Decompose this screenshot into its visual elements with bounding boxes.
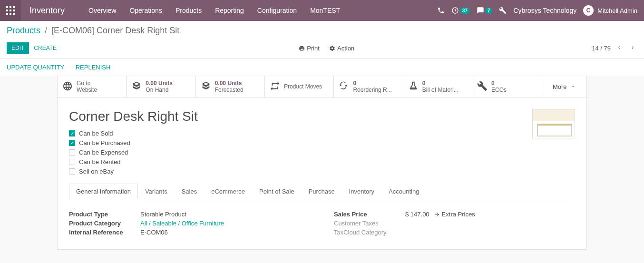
svg-rect-4 (10, 10, 11, 11)
chk-can-be-rented[interactable]: Can be Rented (69, 158, 575, 166)
nav-item-configuration[interactable]: Configuration (252, 0, 302, 21)
checkbox-icon (69, 168, 75, 175)
secondary-actions: Update Quantity Replenish (0, 59, 644, 76)
apps-menu-icon[interactable] (0, 0, 21, 21)
pager-prev[interactable] (615, 43, 624, 54)
breadcrumb-root[interactable]: Products (7, 26, 40, 35)
stat-reordering[interactable]: 0Reordering R... (334, 76, 403, 97)
chk-can-be-sold[interactable]: Can be Sold (69, 130, 575, 137)
app-title[interactable]: Inventory (21, 6, 73, 16)
svg-rect-8 (13, 13, 15, 15)
svg-rect-7 (10, 13, 11, 15)
label-product-type: Product Type (69, 211, 140, 218)
print-icon (299, 45, 305, 51)
chk-sell-on-ebay[interactable]: Sell on eBay (69, 168, 575, 175)
edit-button[interactable]: Edit (7, 42, 29, 54)
checkbox-icon (69, 159, 75, 165)
svg-rect-0 (6, 6, 8, 8)
activities-badge: 37 (460, 8, 470, 14)
tab-general-information[interactable]: General Information (69, 184, 138, 199)
label-product-category: Product Category (69, 220, 140, 227)
pager: 14 / 79 (592, 43, 637, 54)
stat-on-hand[interactable]: 0.00 UnitsOn Hand (127, 76, 195, 97)
nav-right: 37 7 Cybrosys Technology C Mitchell Admi… (437, 5, 644, 16)
form-sheet: Corner Desk Right Sit Can be Sold Can be… (57, 97, 587, 250)
caret-down-icon (571, 84, 576, 89)
extra-prices-button[interactable]: Extra Prices (434, 211, 475, 218)
label-sales-price: Sales Price (334, 211, 405, 218)
chk-can-be-purchased[interactable]: Can be Purchased (69, 139, 575, 146)
cubes-icon (201, 81, 211, 93)
avatar: C (583, 5, 594, 16)
nav-item-products[interactable]: Products (170, 0, 207, 21)
phone-icon[interactable] (437, 7, 445, 14)
wrench-icon (477, 81, 488, 93)
stat-go-to-website[interactable]: Go toWebsite (58, 76, 127, 97)
activities-icon[interactable]: 37 (451, 7, 470, 14)
tab-inventory[interactable]: Inventory (342, 184, 381, 199)
tab-accounting[interactable]: Accounting (381, 184, 426, 199)
gear-icon (329, 45, 335, 51)
arrow-right-icon (434, 212, 440, 217)
checkbox-icon (69, 140, 75, 146)
label-taxcloud: TaxCloud Category (334, 229, 405, 236)
tab-purchase[interactable]: Purchase (302, 184, 342, 199)
company-selector[interactable]: Cybrosys Technology (513, 7, 576, 14)
nav-item-operations[interactable]: Operations (124, 0, 167, 21)
exchange-icon (270, 81, 280, 93)
value-sales-price: $ 147.00 (405, 211, 429, 218)
label-customer-taxes: Customer Taxes (334, 220, 405, 227)
user-name: Mitchell Admin (597, 7, 637, 14)
svg-rect-3 (6, 10, 8, 11)
stat-bom[interactable]: 0Bill of Materi... (403, 76, 472, 97)
svg-rect-2 (13, 6, 15, 8)
breadcrumb: Products / [E-COM06] Corner Desk Right S… (7, 26, 637, 36)
nav-item-montest[interactable]: MonTEST (304, 0, 346, 21)
svg-rect-1 (10, 6, 11, 8)
tab-sales[interactable]: Sales (175, 184, 205, 199)
control-panel: Products / [E-COM06] Corner Desk Right S… (0, 21, 644, 59)
label-internal-reference: Internal Reference (69, 229, 140, 236)
form-grid: Product TypeStorable Product Product Cat… (69, 199, 575, 238)
flask-icon (408, 81, 419, 93)
pager-next[interactable] (628, 43, 637, 54)
discuss-icon[interactable]: 7 (477, 7, 493, 14)
stat-product-moves[interactable]: Product Moves (265, 76, 334, 97)
product-title: Corner Desk Right Sit (69, 109, 575, 124)
create-button[interactable]: Create (29, 42, 61, 54)
product-image[interactable] (532, 109, 575, 138)
svg-rect-6 (6, 13, 8, 15)
refresh-icon (339, 81, 349, 93)
nav-item-overview[interactable]: Overview (83, 0, 122, 21)
checkbox-icon (69, 130, 75, 136)
nav-item-reporting[interactable]: Reporting (209, 0, 250, 21)
replenish-button[interactable]: Replenish (76, 64, 111, 71)
tab-variants[interactable]: Variants (138, 184, 175, 199)
tab-ecommerce[interactable]: eCommerce (204, 184, 252, 199)
cubes-icon (131, 81, 142, 93)
tabs: General Information Variants Sales eComm… (69, 184, 575, 199)
value-internal-reference: E-COM06 (140, 229, 168, 236)
checkbox-icon (69, 149, 75, 156)
nav-menu: Overview Operations Products Reporting C… (83, 0, 346, 21)
debug-icon[interactable] (499, 7, 507, 14)
value-product-type: Storable Product (140, 211, 186, 218)
form-container: Go toWebsite 0.00 UnitsOn Hand 0.00 Unit… (52, 76, 592, 250)
top-navbar: Inventory Overview Operations Products R… (0, 0, 644, 21)
svg-rect-5 (13, 10, 15, 11)
tab-point-of-sale[interactable]: Point of Sale (252, 184, 302, 199)
update-quantity-button[interactable]: Update Quantity (7, 64, 64, 71)
discuss-badge: 7 (485, 8, 493, 14)
user-menu[interactable]: C Mitchell Admin (583, 5, 637, 16)
globe-icon (62, 81, 73, 93)
print-button[interactable]: Print (299, 45, 320, 52)
action-dropdown[interactable]: Action (329, 45, 354, 52)
breadcrumb-current: [E-COM06] Corner Desk Right Sit (51, 26, 179, 35)
stat-ecos[interactable]: 0ECOs (472, 76, 541, 97)
stat-forecasted[interactable]: 0.00 UnitsForecasted (196, 76, 265, 97)
stat-more-dropdown[interactable]: More (541, 76, 586, 97)
stat-buttons-row: Go toWebsite 0.00 UnitsOn Hand 0.00 Unit… (57, 76, 587, 97)
value-product-category[interactable]: All / Saleable / Office Furniture (140, 220, 224, 227)
chk-can-be-expensed[interactable]: Can be Expensed (69, 149, 575, 156)
